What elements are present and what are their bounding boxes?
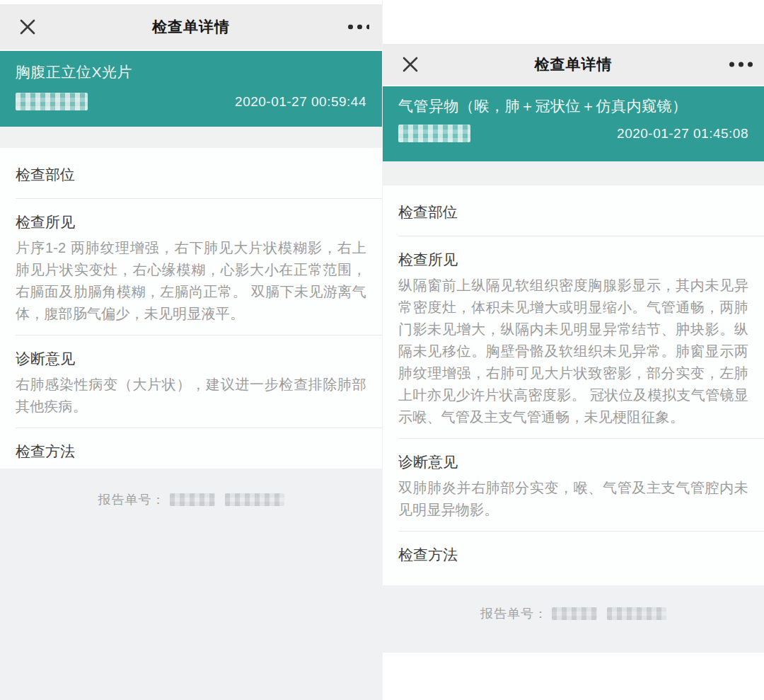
report-number-redacted — [170, 493, 215, 506]
report-number-redacted — [225, 493, 284, 506]
exam-banner: 气管异物（喉，肺＋冠状位＋仿真内窥镜） 2020-01-27 01:45:08 — [383, 86, 764, 161]
report-number-redacted — [552, 607, 597, 620]
findings-text: 片序1-2 两肺纹理增强，右下肺见大片状模糊影，右上肺见片状实变灶，右心缘模糊，… — [16, 237, 366, 325]
top-whitespace — [383, 0, 764, 44]
footer-gray-area: 报告单号： — [0, 469, 382, 700]
close-button[interactable] — [400, 54, 421, 75]
exam-datetime: 2020-01-27 00:59:44 — [235, 94, 366, 110]
section-heading-exam-site: 检查部位 — [398, 202, 748, 223]
report-number-label: 报告单号： — [480, 605, 548, 622]
banner-card-gap — [0, 127, 382, 148]
exam-banner: 胸腹正立位X光片 2020-01-27 00:59:44 — [0, 51, 382, 127]
patient-name-redacted — [398, 125, 470, 142]
screenshot-pair: 检查单详情 胸腹正立位X光片 2020-01-27 00:59:44 检查部位 … — [0, 0, 764, 700]
diagnosis-text: 右肺感染性病变（大片状），建议进一步检查排除肺部其他疾病。 — [16, 374, 366, 418]
report-card: 检查部位 检查所见 纵隔窗前上纵隔见软组织密度胸腺影显示，其内未见异常密度灶，体… — [383, 185, 764, 585]
report-detail-panel-left: 检查单详情 胸腹正立位X光片 2020-01-27 00:59:44 检查部位 … — [0, 0, 382, 700]
report-detail-panel-right: 检查单详情 气管异物（喉，肺＋冠状位＋仿真内窥镜） 2020-01-27 01:… — [382, 0, 764, 700]
banner-card-gap — [383, 161, 764, 185]
report-footer: 报告单号： — [383, 585, 764, 700]
footer-gray-area: 报告单号： — [383, 585, 764, 653]
navbar: 检查单详情 — [383, 44, 764, 85]
section-heading-method: 检查方法 — [16, 441, 366, 462]
footer-whitespace — [383, 653, 764, 700]
section-heading-findings: 检查所见 — [16, 212, 366, 233]
section-divider — [398, 531, 764, 532]
exam-name: 胸腹正立位X光片 — [16, 62, 366, 82]
page-title: 检查单详情 — [535, 54, 613, 74]
diagnosis-text: 双肺肺炎并右肺部分实变，喉、气管及主支气管腔内未见明显异物影。 — [398, 477, 748, 521]
exam-datetime: 2020-01-27 01:45:08 — [617, 126, 748, 142]
section-divider — [16, 198, 382, 199]
section-heading-diagnosis: 诊断意见 — [398, 452, 748, 473]
page-title: 检查单详情 — [152, 17, 230, 37]
report-card: 检查部位 检查所见 片序1-2 两肺纹理增强，右下肺见大片状模糊影，右上肺见片状… — [0, 148, 382, 469]
findings-text: 纵隔窗前上纵隔见软组织密度胸腺影显示，其内未见异常密度灶，体积未见增大或明显缩小… — [398, 275, 748, 428]
ellipsis-icon — [348, 25, 353, 30]
close-button[interactable] — [17, 16, 38, 38]
report-footer: 报告单号： — [0, 469, 382, 700]
section-divider — [398, 236, 764, 236]
ellipsis-icon — [729, 62, 734, 67]
report-number-redacted — [607, 607, 666, 620]
close-icon — [18, 18, 37, 36]
more-menu-button[interactable] — [348, 25, 369, 30]
section-divider — [16, 335, 382, 335]
navbar: 检查单详情 — [0, 4, 382, 50]
section-heading-method: 检查方法 — [398, 544, 748, 566]
exam-name: 气管异物（喉，肺＋冠状位＋仿真内窥镜） — [398, 96, 748, 116]
patient-name-redacted — [16, 93, 88, 110]
section-heading-findings: 检查所见 — [398, 249, 748, 270]
section-heading-diagnosis: 诊断意见 — [16, 348, 366, 369]
section-divider — [16, 428, 382, 428]
report-number-label: 报告单号： — [98, 491, 166, 508]
section-divider — [398, 438, 764, 439]
section-heading-exam-site: 检查部位 — [16, 164, 366, 185]
close-icon — [401, 55, 419, 74]
more-menu-button[interactable] — [729, 62, 753, 67]
